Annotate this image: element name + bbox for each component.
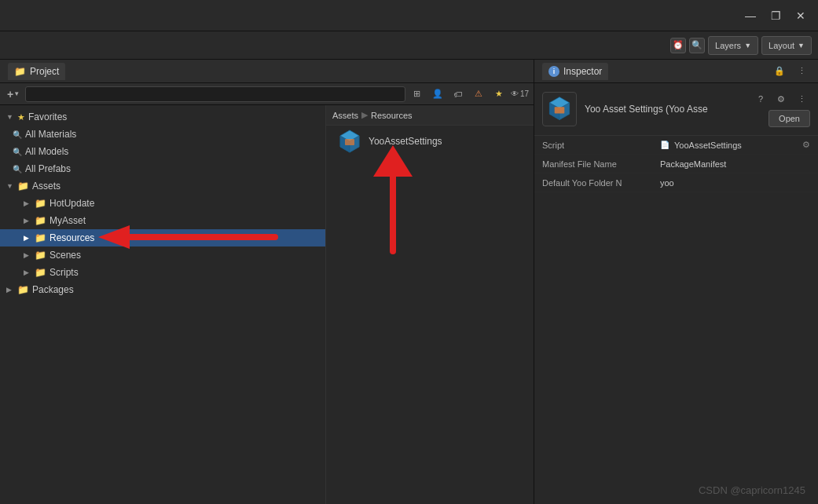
all-materials-item[interactable]: 🔍 All Materials — [0, 126, 325, 143]
add-button[interactable]: + ▼ — [5, 86, 22, 102]
folder-value-container: yoo — [660, 178, 810, 188]
all-models-label: All Models — [25, 146, 68, 157]
inspector-body: Script 📄 YooAssetSettings ⚙ Manifest Fil… — [534, 136, 818, 192]
tree-panel: ▼ ★ Favorites 🔍 All Materials 🔍 All Mode… — [0, 105, 326, 504]
layout-arrow-icon: ▼ — [798, 42, 805, 49]
inspector-menu2-icon[interactable]: ⋮ — [793, 91, 810, 107]
assets-section[interactable]: ▼ 📁 Assets — [0, 177, 325, 195]
scenes-arrow-icon: ▶ — [24, 251, 31, 259]
search-sm-icon: 🔍 — [13, 130, 22, 139]
breadcrumb-resources[interactable]: Resources — [371, 111, 413, 120]
person-icon[interactable]: 👤 — [429, 86, 446, 102]
breadcrumb-assets[interactable]: Assets — [332, 111, 358, 120]
all-materials-label: All Materials — [25, 129, 76, 140]
manifest-value-container: PackageManifest — [660, 159, 810, 169]
resources-label: Resources — [50, 232, 94, 243]
inspector-panel: i Inspector 🔒 ⋮ Yoo Asset Settings (Yo — [534, 60, 818, 504]
minimize-button[interactable]: — — [739, 5, 761, 27]
myasset-folder-icon: 📁 — [35, 215, 46, 226]
scripts-folder-icon: 📁 — [35, 267, 46, 278]
scripts-item[interactable]: ▶ 📁 Scripts — [0, 264, 325, 281]
file-panel: Assets ▶ Resources YooA — [326, 105, 534, 504]
view-icon[interactable]: ⊞ — [409, 86, 426, 102]
project-tab-label: Project — [30, 66, 59, 77]
alert-icon[interactable]: ⚠ — [470, 86, 487, 102]
all-models-item[interactable]: 🔍 All Models — [0, 143, 325, 160]
maximize-button[interactable]: ❐ — [765, 5, 787, 27]
favorites-label: Favorites — [28, 111, 67, 122]
scenes-folder-icon: 📁 — [35, 250, 46, 261]
breadcrumb-separator: ▶ — [361, 110, 368, 120]
layers-dropdown[interactable]: Layers ▼ — [708, 36, 758, 55]
cube-asset-icon — [337, 129, 362, 154]
script-value-container: 📄 YooAssetSettings ⚙ — [660, 140, 810, 150]
project-tab-bar: 📁 Project — [0, 60, 534, 83]
asset-cube-icon — [545, 95, 574, 123]
script-label: Script — [542, 141, 660, 150]
manifest-row: Manifest File Name PackageManifest — [534, 155, 818, 173]
layout-dropdown[interactable]: Layout ▼ — [761, 36, 812, 55]
split-content: ▼ ★ Favorites 🔍 All Materials 🔍 All Mode… — [0, 105, 534, 504]
file-name: YooAssetSettings — [369, 136, 442, 147]
file-item-yooassetsettings[interactable]: YooAssetSettings — [332, 132, 527, 151]
packages-section[interactable]: ▶ 📁 Packages — [0, 281, 325, 298]
asset-title-text: Yoo Asset Settings (Yoo Asse — [585, 103, 744, 116]
svg-rect-9 — [555, 107, 565, 113]
inspector-tab[interactable]: i Inspector — [542, 63, 608, 80]
inspector-lock-icon[interactable]: 🔒 — [771, 64, 788, 79]
close-button[interactable]: ✕ — [790, 5, 812, 27]
main-layout: 📁 Project + ▼ ⊞ 👤 🏷 ⚠ ★ 👁 17 — [0, 60, 818, 504]
eye-icon: 👁 — [511, 89, 519, 98]
script-value: YooAssetSettings — [674, 141, 742, 150]
svg-rect-4 — [345, 139, 354, 145]
scenes-label: Scenes — [50, 250, 81, 261]
eye-badge: 👁 17 — [511, 89, 529, 98]
project-toolbar: + ▼ ⊞ 👤 🏷 ⚠ ★ 👁 17 — [0, 83, 534, 105]
hotupdate-arrow-icon: ▶ — [24, 199, 31, 207]
file-list: YooAssetSettings — [326, 126, 534, 504]
myasset-label: MyAsset — [50, 215, 86, 226]
asset-header: Yoo Asset Settings (Yoo Asse ? ⚙ ⋮ Open — [534, 83, 818, 136]
open-button[interactable]: Open — [768, 110, 810, 127]
layers-arrow-icon: ▼ — [744, 42, 751, 49]
eye-count: 17 — [520, 89, 529, 98]
all-prefabs-item[interactable]: 🔍 All Prefabs — [0, 160, 325, 177]
manifest-value: PackageManifest — [660, 159, 726, 169]
tag-icon[interactable]: 🏷 — [449, 86, 467, 102]
resources-item[interactable]: ▶ 📁 Resources — [0, 229, 325, 247]
inspector-settings-icon2[interactable]: ⚙ — [772, 91, 790, 107]
inspector-tab-label: Inspector — [563, 66, 602, 77]
star-icon[interactable]: ★ — [490, 86, 508, 102]
hotupdate-folder-icon: 📁 — [35, 198, 46, 209]
history-icon[interactable]: ⏰ — [670, 38, 686, 53]
folder-value: yoo — [660, 178, 674, 188]
search-icon[interactable]: 🔍 — [689, 38, 705, 53]
info-icon: i — [548, 66, 559, 77]
search-sm-icon3: 🔍 — [13, 165, 22, 173]
title-bar: — ❐ ✕ — [0, 0, 818, 31]
favorites-arrow-icon: ▼ — [6, 113, 14, 121]
project-tab[interactable]: 📁 Project — [8, 63, 65, 80]
script-gear-icon: ⚙ — [802, 140, 810, 150]
script-doc-icon: 📄 — [660, 141, 669, 149]
all-prefabs-label: All Prefabs — [25, 163, 71, 174]
resources-arrow-icon: ▶ — [24, 234, 31, 242]
search-input[interactable] — [25, 86, 405, 102]
resources-folder-icon: 📁 — [35, 232, 46, 243]
folder-row: Default Yoo Folder N yoo — [534, 173, 818, 192]
favorites-star-icon: ★ — [17, 112, 25, 122]
inspector-menu-icon[interactable]: ⋮ — [793, 64, 810, 79]
scenes-item[interactable]: ▶ 📁 Scenes — [0, 247, 325, 264]
breadcrumb: Assets ▶ Resources — [326, 105, 534, 126]
layout-label: Layout — [768, 41, 794, 50]
search-sm-icon2: 🔍 — [13, 148, 22, 156]
layers-label: Layers — [715, 41, 741, 50]
hotupdate-item[interactable]: ▶ 📁 HotUpdate — [0, 195, 325, 212]
packages-label: Packages — [32, 284, 74, 295]
assets-arrow-icon: ▼ — [6, 182, 14, 190]
myasset-item[interactable]: ▶ 📁 MyAsset — [0, 212, 325, 229]
favorites-section[interactable]: ▼ ★ Favorites — [0, 108, 325, 126]
scripts-label: Scripts — [50, 267, 79, 278]
inspector-help-icon[interactable]: ? — [752, 91, 769, 107]
folder-icon: 📁 — [14, 66, 26, 77]
